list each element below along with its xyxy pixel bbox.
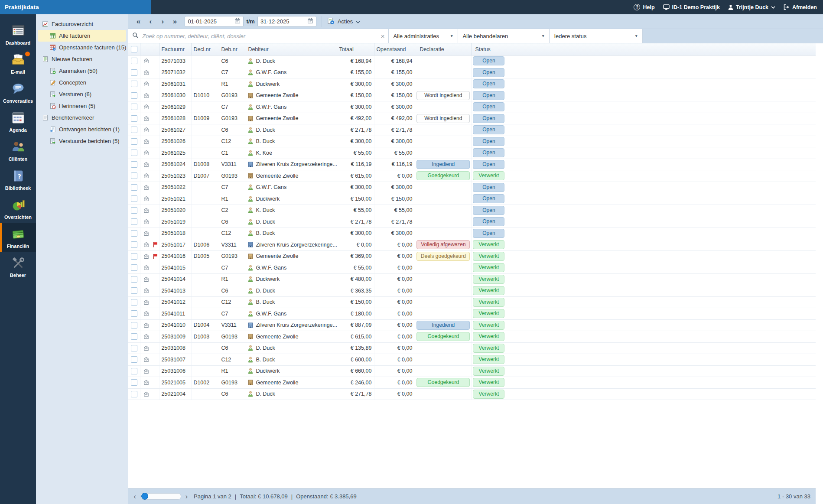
date-to-input[interactable] (260, 18, 307, 25)
row-checkbox[interactable] (131, 299, 137, 306)
table-row[interactable]: 25051019C6D. Duck€ 271,78€ 271,78Open (128, 216, 816, 228)
tree-item-nieuwe-facturen[interactable]: Nieuwe facturen (38, 53, 126, 65)
row-checkbox[interactable] (131, 104, 137, 110)
envelope-icon[interactable] (140, 216, 152, 228)
header-factuurnr[interactable]: Factuurnr (159, 43, 192, 55)
practitioners-select[interactable]: Alle behandelaren ▼ (458, 29, 550, 43)
administrations-select[interactable]: Alle administraties ▼ (389, 29, 458, 43)
slider-knob[interactable] (141, 493, 148, 500)
row-checkbox[interactable] (131, 218, 137, 225)
table-row[interactable]: 25031009D1003G0193Gemeente Zwolle€ 615,0… (128, 331, 816, 343)
envelope-icon[interactable] (140, 182, 152, 193)
next-page-button[interactable]: › (185, 493, 188, 500)
envelope-icon[interactable] (140, 366, 152, 377)
row-checkbox[interactable] (131, 92, 137, 99)
clear-search-icon[interactable]: × (381, 33, 385, 39)
envelope-icon[interactable] (140, 113, 152, 124)
header-totaal[interactable]: Totaal (337, 43, 374, 55)
header-debnr[interactable]: Deb.nr (219, 43, 246, 55)
envelope-icon[interactable] (140, 285, 152, 296)
envelope-icon[interactable] (140, 389, 152, 400)
first-page-button[interactable]: « (133, 16, 144, 27)
table-row[interactable]: 25041016D1005G0193Gemeente Zwolle€ 369,0… (128, 251, 816, 263)
sidebar-item-beheer[interactable]: Beheer (0, 252, 36, 281)
table-row[interactable]: 25041010D1004V3311Zilveren Kruis Zorgver… (128, 320, 816, 332)
row-checkbox[interactable] (131, 138, 137, 145)
tree-item-berichtenverkeer[interactable]: Berichtenverkeer (38, 112, 126, 124)
row-checkbox[interactable] (131, 241, 137, 248)
header-status[interactable]: Status (472, 43, 506, 55)
row-checkbox[interactable] (131, 127, 137, 133)
sidebar-item-bibliotheek[interactable]: ?Bibliotheek (0, 165, 36, 194)
table-row[interactable]: 25031006R1Duckwerk€ 660,00€ 0,00Verwerkt (128, 366, 816, 377)
table-row[interactable]: 25051023D1007G0193Gemeente Zwolle€ 615,0… (128, 170, 816, 182)
status-select[interactable]: Iedere status ▼ (550, 29, 643, 43)
row-checkbox[interactable] (131, 172, 137, 179)
envelope-icon[interactable] (140, 67, 152, 78)
envelope-icon[interactable] (140, 228, 152, 239)
row-checkbox[interactable] (131, 184, 137, 191)
row-checkbox[interactable] (131, 81, 137, 87)
envelope-icon[interactable] (140, 147, 152, 159)
row-checkbox[interactable] (131, 310, 137, 317)
tree-item-aanmaken[interactable]: Aanmaken (50) (38, 65, 126, 77)
row-checkbox[interactable] (131, 368, 137, 374)
envelope-icon[interactable] (140, 124, 152, 136)
table-row[interactable]: 25061030D1010G0193Gemeente Zwolle€ 150,0… (128, 90, 816, 102)
row-checkbox[interactable] (131, 58, 137, 64)
table-row[interactable]: 25031008C6D. Duck€ 135,89€ 0,00Verwerkt (128, 343, 816, 354)
tree-item-factuuroverzicht[interactable]: Factuuroverzicht (38, 18, 126, 30)
row-checkbox[interactable] (131, 345, 137, 351)
row-checkbox[interactable] (131, 356, 137, 363)
row-checkbox[interactable] (131, 391, 137, 397)
row-checkbox[interactable] (131, 379, 137, 386)
row-checkbox[interactable] (131, 264, 137, 271)
header-openstaand[interactable]: Openstaand (374, 43, 415, 55)
envelope-icon[interactable] (140, 262, 152, 273)
table-row[interactable]: 25051020C2K. Duck€ 55,00€ 55,00Open (128, 205, 816, 217)
table-row[interactable]: 25041012C12B. Duck€ 150,00€ 0,00Verwerkt (128, 297, 816, 309)
table-row[interactable]: 25021004C6D. Duck€ 271,78€ 0,00Verwerkt (128, 389, 816, 400)
envelope-icon[interactable] (140, 308, 152, 319)
prev-page-button[interactable]: ‹ (133, 493, 136, 500)
envelope-icon[interactable] (140, 205, 152, 216)
logout-button[interactable]: Afmelden (784, 4, 817, 10)
row-checkbox[interactable] (131, 230, 137, 237)
envelope-icon[interactable] (140, 331, 152, 342)
envelope-icon[interactable] (140, 343, 152, 354)
calendar-icon[interactable] (234, 18, 241, 25)
sidebar-item-overzichten[interactable]: Overzichten (0, 194, 36, 223)
row-checkbox[interactable] (131, 253, 137, 260)
row-checkbox[interactable] (131, 322, 137, 328)
table-row[interactable]: 25041014R1Duckwerk€ 480,00€ 0,00Verwerkt (128, 274, 816, 286)
envelope-icon[interactable] (140, 251, 152, 262)
page-slider[interactable] (140, 493, 181, 500)
table-row[interactable]: 25041015C7G.W.F. Gans€ 55,00€ 0,00Verwer… (128, 262, 816, 274)
envelope-icon[interactable] (140, 239, 152, 250)
row-checkbox[interactable] (131, 161, 137, 168)
tree-item-ontvangen-berichten[interactable]: Ontvangen berichten (1) (38, 124, 126, 135)
envelope-icon[interactable] (140, 101, 152, 113)
table-row[interactable]: 25061025C1K. Koe€ 55,00€ 55,00Open (128, 147, 816, 159)
envelope-icon[interactable] (140, 354, 152, 365)
row-checkbox[interactable] (131, 287, 137, 294)
header-debiteur[interactable]: Debiteur (246, 43, 337, 55)
table-row[interactable]: 25061029C7G.W.F. Gans€ 300,00€ 300,00Ope… (128, 101, 816, 113)
sidebar-item-dashboard[interactable]: Dashboard (0, 20, 36, 49)
table-row[interactable]: 25061028D1009G0193Gemeente Zwolle€ 492,0… (128, 113, 816, 125)
table-row[interactable]: 25061024D1008V3311Zilveren Kruis Zorgver… (128, 159, 816, 171)
envelope-icon[interactable] (140, 320, 152, 331)
tree-item-verstuurde-berichten[interactable]: Verstuurde berichten (5) (38, 135, 126, 147)
row-checkbox[interactable] (131, 207, 137, 214)
envelope-icon[interactable] (140, 377, 152, 388)
sidebar-item-clienten[interactable]: Cliënten (0, 136, 36, 165)
envelope-icon[interactable] (140, 170, 152, 182)
envelope-icon[interactable] (140, 159, 152, 170)
envelope-icon[interactable] (140, 90, 152, 101)
row-checkbox[interactable] (131, 115, 137, 122)
next-period-button[interactable]: › (157, 16, 168, 27)
practice-switcher[interactable]: ID-1 Demo Praktijk (663, 4, 720, 10)
envelope-icon[interactable] (140, 78, 152, 90)
table-row[interactable]: 25051022C7G.W.F. Gans€ 300,00€ 300,00Ope… (128, 182, 816, 194)
select-all-checkbox[interactable] (131, 46, 137, 52)
